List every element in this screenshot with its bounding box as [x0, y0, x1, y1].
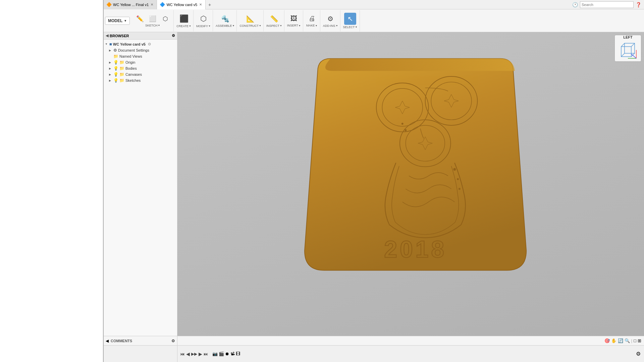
play-fast-btn[interactable]: ▶▶: [191, 352, 197, 356]
root-options-icon[interactable]: ⊙: [148, 42, 151, 46]
bodies-folder-icon: 📁: [119, 66, 124, 71]
settings-gear-icon[interactable]: ⚙: [636, 351, 644, 357]
bottom-right-settings: ⚙: [636, 351, 644, 357]
make-icon: 🖨: [309, 15, 315, 22]
display-style-icon[interactable]: □: [634, 338, 636, 343]
add-tab-button[interactable]: +: [206, 2, 214, 7]
sketch-stop-btn[interactable]: ⬜: [147, 14, 159, 23]
toolbar-group-insert: 🖼 INSERT ▼: [285, 10, 303, 32]
clock-icon[interactable]: 🕐: [572, 2, 578, 7]
trophy-model-svg: 2018: [301, 42, 529, 277]
rotate-icon[interactable]: 🔄: [618, 338, 623, 343]
sketch-btn[interactable]: ✏️: [134, 14, 146, 23]
tab-wc-final[interactable]: 🔶 WC Yellow ... Final v1 ✕: [104, 0, 157, 9]
toolbar-group-select: ↖ SELECT ▼: [341, 10, 360, 32]
browser-toggle[interactable]: ◀: [106, 34, 108, 38]
viewport-canvas: 2018 LEFT: [177, 32, 644, 345]
addins-dropdown-arrow: ▼: [336, 24, 338, 27]
addins-icon: ⚙: [327, 15, 333, 23]
bodies-label: Bodies: [125, 66, 137, 70]
help-icon[interactable]: ❓: [636, 2, 641, 7]
timeline-icon1[interactable]: 📷: [212, 351, 218, 356]
tab1-label: WC Yellow ... Final v1: [113, 3, 149, 7]
select-dropdown-arrow: ▼: [355, 26, 358, 28]
viewport-control-bar: 🎯 ✋ 🔄 🔍 | □ ⊞: [604, 338, 641, 343]
bodies-light-icon: 💡: [113, 66, 118, 71]
search-input[interactable]: [580, 1, 634, 8]
sketch-geom-icon: ⬡: [163, 15, 168, 22]
toolbar-group-modify: ⬡ MODIFY ▼: [194, 10, 213, 32]
origin-light-icon: 💡: [113, 60, 118, 65]
tree-item-canvases[interactable]: ▶ 💡 📁 Canvases: [104, 71, 177, 77]
canvases-light-icon: 💡: [113, 72, 118, 77]
play-btn[interactable]: ▶: [199, 351, 202, 357]
assemble-icon: 🔩: [221, 15, 229, 23]
play-last-btn[interactable]: ⏭: [204, 351, 208, 357]
tab1-close[interactable]: ✕: [150, 2, 154, 7]
tree-item-doc-settings[interactable]: ▶ ⚙ Document Settings: [104, 47, 177, 53]
model-dropdown[interactable]: MODEL ▼: [105, 17, 130, 25]
svg-line-14: [621, 43, 625, 47]
timeline-icon5[interactable]: 🎞: [236, 351, 240, 356]
left-sidebar: [0, 0, 104, 362]
tree-item-sketches[interactable]: ▶ 💡 📁 Sketches: [104, 77, 177, 83]
svg-line-15: [631, 43, 635, 47]
pan-icon[interactable]: ✋: [611, 338, 616, 343]
timeline-icon4[interactable]: 📽: [230, 351, 235, 356]
comments-toggle[interactable]: ◀: [104, 339, 109, 343]
play-prev-btn[interactable]: ◀: [186, 351, 190, 357]
title-bar-right: 🕐 ❓: [572, 1, 644, 8]
select-btn[interactable]: ↖: [344, 13, 356, 25]
modify-dropdown-arrow: ▼: [208, 25, 211, 27]
tree-item-named-views[interactable]: ▶ 📁 Named Views: [104, 53, 177, 59]
doc-settings-arrow: ▶: [109, 49, 112, 52]
tab-wc-v5[interactable]: 🔷 WC Yellow card v5 ✕: [157, 0, 206, 9]
origin-label: Origin: [125, 60, 135, 64]
tab2-close[interactable]: ✕: [199, 2, 203, 7]
sketch-geom-btn[interactable]: ⬡: [159, 14, 171, 23]
browser-header: ◀ BROWSER ⚙: [104, 32, 177, 40]
assemble-btn[interactable]: 🔩: [219, 14, 231, 23]
timeline-icon2[interactable]: 🎬: [219, 351, 224, 356]
modify-btn[interactable]: ⬡: [198, 14, 210, 24]
origin-arrow: ▶: [109, 61, 112, 64]
viewport[interactable]: 2018 LEFT: [177, 32, 644, 345]
svg-point-10: [405, 129, 407, 131]
sketch-label: SKETCH ▼: [145, 24, 160, 27]
svg-point-9: [401, 123, 403, 125]
origin-folder-icon: 📁: [119, 60, 124, 65]
inspect-btn[interactable]: 📏: [268, 14, 280, 23]
sketch-dropdown-arrow: ▼: [158, 24, 160, 26]
construct-btn[interactable]: 📐: [245, 14, 257, 23]
create-btn[interactable]: ⬛: [178, 14, 190, 24]
addins-btn[interactable]: ⚙: [324, 14, 336, 23]
select-label: SELECT ▼: [343, 25, 358, 29]
svg-point-7: [457, 178, 459, 180]
bottom-toolbar: ⏮ ◀ ▶▶ ▶ ⏭ 📷 🎬 ⏺ 📽 🎞 ⚙: [104, 345, 644, 362]
bodies-arrow: ▶: [109, 67, 112, 70]
insert-btn[interactable]: 🖼: [288, 14, 300, 23]
construct-dropdown-arrow: ▼: [259, 24, 261, 27]
tree-item-origin[interactable]: ▶ 💡 📁 Origin: [104, 59, 177, 65]
canvases-label: Canvases: [125, 72, 142, 76]
toolbar: MODEL ▼ ✏️ ⬜ ⬡ SKETCH ▼ ⬛ CREATE ▼: [104, 9, 644, 32]
make-btn[interactable]: 🖨: [306, 14, 318, 23]
view-cube[interactable]: LEFT: [614, 35, 641, 62]
comments-settings-icon[interactable]: ⚙: [171, 339, 177, 343]
grid-icon[interactable]: ⊞: [638, 338, 641, 343]
timeline-icon3[interactable]: ⏺: [225, 351, 229, 356]
toolbar-group-inspect: 📏 INSPECT ▼: [264, 10, 284, 32]
orbit-icon[interactable]: 🎯: [604, 338, 610, 343]
model-label: MODEL: [108, 18, 122, 23]
doc-settings-icon: ⚙: [113, 48, 117, 53]
create-icon: ⬛: [179, 14, 189, 23]
construct-icon: 📐: [246, 15, 255, 23]
browser-tree: ▼ ■ WC Yellow card v5 ⊙ ▶ ⚙ Document Set…: [104, 40, 177, 85]
play-first-btn[interactable]: ⏮: [180, 351, 185, 357]
tree-root-item[interactable]: ▼ ■ WC Yellow card v5 ⊙: [104, 41, 177, 47]
zoom-icon[interactable]: 🔍: [625, 338, 630, 343]
canvases-arrow: ▶: [109, 73, 112, 76]
browser-settings-icon[interactable]: ⚙: [172, 34, 175, 38]
comments-panel-bottom: ◀ COMMENTS ⚙: [104, 336, 177, 345]
tree-item-bodies[interactable]: ▶ 💡 📁 Bodies: [104, 65, 177, 71]
